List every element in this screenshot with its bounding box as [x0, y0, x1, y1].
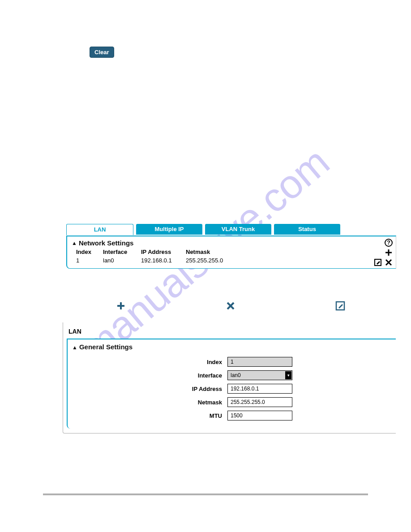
table-header-row: Index Interface IP Address Netmask [76, 248, 405, 256]
network-table: Index Interface IP Address Netmask 1 lan… [67, 248, 409, 268]
header-ip: IP Address [141, 249, 186, 255]
legend-icons [66, 300, 395, 312]
delete-icon[interactable] [384, 258, 393, 267]
header-netmask: Netmask [186, 249, 235, 255]
legend-add-icon[interactable] [115, 300, 127, 312]
collapse-caret-icon[interactable]: ▲ [72, 344, 77, 351]
row-netmask: Netmask [68, 395, 396, 409]
tab-multiple-ip[interactable]: Multiple IP [136, 224, 202, 235]
netmask-field[interactable] [227, 397, 292, 407]
label-index: Index [68, 359, 227, 365]
edit-icon[interactable] [373, 258, 382, 267]
label-ip: IP Address [68, 386, 227, 392]
gen-title-text: General Settings [79, 343, 133, 351]
page: Clear manualshive.com LAN Multiple IP VL… [0, 0, 411, 532]
row-index: Index 1 [68, 355, 396, 369]
tab-lan[interactable]: LAN [66, 224, 133, 235]
header-interface: Interface [103, 249, 141, 255]
panel-title-text: Network Settings [79, 239, 134, 247]
lan-section: LAN ▲General Settings Index 1 Interface … [63, 322, 396, 433]
index-field: 1 [227, 357, 292, 367]
label-mtu: MTU [68, 412, 227, 419]
tab-status[interactable]: Status [274, 224, 340, 235]
cell-index: 1 [76, 257, 103, 264]
legend-delete-icon[interactable] [225, 300, 236, 312]
ip-field[interactable] [227, 384, 292, 394]
svg-text:?: ? [387, 239, 390, 246]
row-mtu: MTU [68, 409, 396, 422]
general-settings-title: ▲General Settings [68, 341, 396, 355]
help-icon[interactable]: ? [384, 238, 393, 247]
dropdown-icon[interactable]: ▾ [285, 371, 291, 379]
network-settings-panel: ▲ Network Settings Index Interface IP Ad… [66, 236, 396, 269]
table-row[interactable]: 1 lan0 192.168.0.1 255.255.255.0 [76, 256, 405, 265]
general-settings-panel: ▲General Settings Index 1 Interface lan0… [67, 339, 396, 429]
collapse-caret-icon[interactable]: ▲ [72, 240, 77, 246]
cell-ip: 192.168.0.1 [141, 257, 186, 264]
label-netmask: Netmask [68, 399, 227, 406]
cell-interface: lan0 [103, 257, 141, 264]
mtu-field[interactable] [227, 411, 292, 420]
header-index: Index [76, 249, 103, 255]
footer-divider [43, 493, 368, 495]
interface-value: lan0 [231, 372, 241, 378]
add-icon[interactable] [384, 248, 393, 257]
row-interface: Interface lan0 ▾ [68, 369, 396, 382]
cell-netmask: 255.255.255.0 [186, 257, 235, 264]
panel-action-icons: ? [373, 238, 393, 268]
interface-select[interactable]: lan0 ▾ [227, 370, 292, 380]
lan-section-title: LAN [63, 322, 396, 339]
label-interface: Interface [68, 372, 227, 379]
legend-edit-icon[interactable] [334, 300, 346, 312]
tab-bar: LAN Multiple IP VLAN Trunk Status [66, 224, 340, 235]
tab-vlan-trunk[interactable]: VLAN Trunk [205, 224, 271, 235]
clear-button[interactable]: Clear [90, 47, 114, 58]
network-settings-title: ▲ Network Settings [67, 236, 396, 248]
row-ip: IP Address [68, 382, 396, 395]
